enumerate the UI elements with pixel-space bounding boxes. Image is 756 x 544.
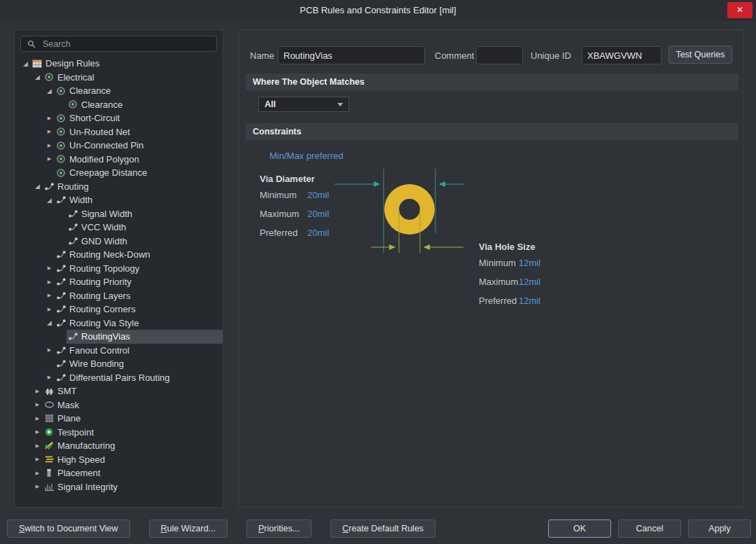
tree-item-content[interactable]: Design Rules: [31, 57, 223, 71]
tree-item-content[interactable]: Modified Polygon: [55, 153, 223, 167]
tree-item-creepage-distance[interactable]: Creepage Distance: [15, 166, 223, 180]
expand-arrow-icon[interactable]: ▶: [44, 265, 55, 271]
tree-item-routing-layers[interactable]: ▶Routing Layers: [15, 289, 223, 303]
constraint-value-field[interactable]: 12mil: [519, 277, 540, 287]
tree-item-routingvias[interactable]: RoutingVias: [15, 330, 223, 344]
tree-item-manufacturing[interactable]: ▶Manufacturing: [15, 439, 223, 453]
expand-arrow-icon[interactable]: ▶: [32, 456, 43, 462]
constraint-value-field[interactable]: 20mil: [307, 228, 329, 238]
expand-arrow-icon[interactable]: ▶: [44, 143, 55, 148]
tree-item-content[interactable]: VCC Width: [66, 221, 223, 235]
switch-to-document-view-button[interactable]: Switch to Document View: [7, 519, 130, 538]
expand-arrow-icon[interactable]: ▶: [44, 116, 55, 121]
tree-item-mask[interactable]: ▶Mask: [15, 398, 223, 412]
tree-item-routing-via-style[interactable]: ◢Routing Via Style: [15, 316, 223, 330]
priorities-button[interactable]: Priorities...: [246, 519, 312, 538]
expand-arrow-icon[interactable]: ▶: [44, 307, 55, 312]
expand-arrow-icon[interactable]: ▶: [44, 156, 55, 162]
tree-item-plane[interactable]: ▶Plane: [15, 412, 223, 426]
tree-item-content[interactable]: Signal Width: [66, 207, 223, 221]
tree-item-content[interactable]: Manufacturing: [43, 439, 223, 453]
tree-item-content[interactable]: GND Width: [66, 235, 223, 249]
tree-item-content[interactable]: Differential Pairs Routing: [55, 371, 223, 385]
expand-arrow-icon[interactable]: ▶: [44, 347, 55, 353]
tree-item-content[interactable]: RoutingVias: [66, 330, 223, 344]
tree-item-content[interactable]: Un-Connected Pin: [55, 139, 223, 153]
collapse-arrow-icon[interactable]: ◢: [32, 74, 43, 81]
rule-wizard-button[interactable]: Rule Wizard...: [149, 519, 228, 538]
tree-item-routing-neck-down[interactable]: Routing Neck-Down: [15, 248, 223, 262]
tree-item-routing[interactable]: ◢Routing: [15, 180, 223, 194]
constraint-value-field[interactable]: 12mil: [519, 258, 540, 268]
minmax-preferred-link[interactable]: Min/Max preferred: [270, 151, 343, 161]
tree-item-vcc-width[interactable]: VCC Width: [15, 221, 223, 235]
tree-item-content[interactable]: Short-Circuit: [55, 111, 223, 125]
tree-item-content[interactable]: SMT: [43, 384, 223, 398]
tree-item-width[interactable]: ◢Width: [15, 193, 223, 207]
tree-item-content[interactable]: High Speed: [43, 453, 223, 467]
close-button[interactable]: ✕: [727, 2, 752, 18]
cancel-button[interactable]: Cancel: [618, 519, 681, 538]
tree-item-content[interactable]: Routing Layers: [55, 289, 223, 303]
tree-item-content[interactable]: Width: [55, 193, 223, 207]
tree-item-content[interactable]: Routing Priority: [55, 275, 223, 289]
create-default-rules-button[interactable]: Create Default Rules: [330, 519, 435, 538]
tree-item-modified-polygon[interactable]: ▶Modified Polygon: [15, 153, 223, 167]
tree-item-short-circuit[interactable]: ▶Short-Circuit: [15, 111, 223, 125]
name-input[interactable]: [278, 46, 425, 64]
tree-item-electrical[interactable]: ◢Electrical: [15, 71, 223, 85]
expand-arrow-icon[interactable]: ▶: [32, 389, 43, 394]
titlebar[interactable]: PCB Rules and Constraints Editor [mil] ✕: [0, 0, 756, 21]
tree-item-high-speed[interactable]: ▶High Speed: [15, 453, 223, 467]
tree-item-wire-bonding[interactable]: Wire Bonding: [15, 357, 223, 371]
tree-item-content[interactable]: Clearance: [55, 84, 223, 98]
tree-item-content[interactable]: Mask: [43, 398, 223, 412]
tree-item-clearance[interactable]: ◢Clearance: [15, 84, 223, 98]
tree-item-smt[interactable]: ▶SMT: [15, 384, 223, 398]
expand-arrow-icon[interactable]: ▶: [32, 429, 43, 435]
tree-item-testpoint[interactable]: ▶Testpoint: [15, 426, 223, 440]
tree-item-design-rules[interactable]: ◢Design Rules: [15, 57, 223, 71]
tree-item-differential-pairs-routing[interactable]: ▶Differential Pairs Routing: [15, 371, 223, 385]
expand-arrow-icon[interactable]: ▶: [32, 402, 43, 407]
tree-item-content[interactable]: Routing Corners: [55, 302, 223, 316]
apply-button[interactable]: Apply: [688, 519, 751, 538]
tree-item-content[interactable]: Routing Via Style: [55, 316, 223, 330]
tree-item-un-connected-pin[interactable]: ▶Un-Connected Pin: [15, 139, 223, 153]
tree-item-un-routed-net[interactable]: ▶Un-Routed Net: [15, 125, 223, 139]
tree-item-content[interactable]: Routing: [43, 180, 223, 194]
expand-arrow-icon[interactable]: ▶: [32, 416, 43, 421]
tree-item-fanout-control[interactable]: ▶Fanout Control: [15, 344, 223, 358]
tree-item-routing-corners[interactable]: ▶Routing Corners: [15, 302, 223, 316]
tree-item-signal-width[interactable]: Signal Width: [15, 207, 223, 221]
tree-item-clearance[interactable]: Clearance: [15, 98, 223, 112]
tree-item-content[interactable]: Placement: [43, 466, 223, 480]
tree-item-content[interactable]: Electrical: [43, 71, 223, 85]
tree-item-content[interactable]: Fanout Control: [55, 344, 223, 358]
tree-item-content[interactable]: Un-Routed Net: [55, 125, 223, 139]
tree-item-routing-topology[interactable]: ▶Routing Topology: [15, 262, 223, 276]
tree-item-placement[interactable]: ▶Placement: [15, 466, 223, 480]
scope-dropdown[interactable]: All: [258, 97, 349, 112]
search-box[interactable]: [20, 36, 217, 52]
collapse-arrow-icon[interactable]: ◢: [44, 197, 55, 204]
expand-arrow-icon[interactable]: ▶: [44, 293, 55, 298]
tree-item-gnd-width[interactable]: GND Width: [15, 235, 223, 249]
search-input[interactable]: [41, 39, 211, 50]
tree-item-content[interactable]: Clearance: [66, 98, 223, 112]
expand-arrow-icon[interactable]: ▶: [32, 484, 43, 489]
expand-arrow-icon[interactable]: ▶: [44, 129, 55, 134]
collapse-arrow-icon[interactable]: ◢: [20, 60, 31, 67]
test-queries-button[interactable]: Test Queries: [668, 46, 732, 64]
tree-item-content[interactable]: Signal Integrity: [43, 480, 223, 494]
tree-item-signal-integrity[interactable]: ▶Signal Integrity: [15, 480, 223, 494]
expand-arrow-icon[interactable]: ▶: [44, 279, 55, 285]
tree-item-routing-priority[interactable]: ▶Routing Priority: [15, 275, 223, 289]
constraint-value-field[interactable]: 20mil: [307, 190, 329, 200]
expand-arrow-icon[interactable]: ▶: [32, 443, 43, 449]
tree-item-content[interactable]: Plane: [43, 412, 223, 426]
tree-item-content[interactable]: Creepage Distance: [55, 166, 223, 180]
collapse-arrow-icon[interactable]: ◢: [44, 319, 55, 326]
tree-item-content[interactable]: Routing Topology: [55, 262, 223, 276]
ok-button[interactable]: OK: [548, 519, 611, 538]
